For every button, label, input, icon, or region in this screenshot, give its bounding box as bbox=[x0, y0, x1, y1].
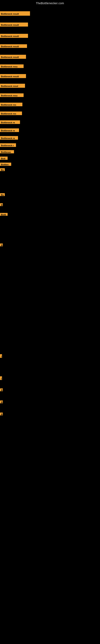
bottleneck-result-label: B bbox=[0, 244, 3, 246]
bottleneck-result-label: Bottleneck re bbox=[0, 136, 18, 140]
bottleneck-result-label: Bottleneck result bbox=[0, 22, 28, 26]
bottleneck-result-label: Bottleneck resu bbox=[0, 64, 24, 68]
bottleneck-result-label: Bottleneck result bbox=[0, 34, 28, 38]
bottleneck-result-label: | bbox=[0, 354, 2, 358]
bottleneck-result-label: Bottleneck result bbox=[0, 74, 26, 78]
bottleneck-result-label: | bbox=[0, 376, 2, 380]
bottleneck-result-label: Bottleneck result bbox=[0, 55, 26, 59]
bottleneck-result-label: Bottleneck res bbox=[0, 103, 22, 106]
bottleneck-result-label: Bottleneck re bbox=[0, 128, 19, 132]
bottleneck-result-label: Bottleneck resul bbox=[0, 84, 25, 88]
bottleneck-result-label: Bo bbox=[0, 193, 5, 196]
bottleneck-result-label: B bbox=[0, 400, 3, 403]
bottleneck-result-label: B bbox=[0, 203, 3, 206]
site-title: TheBottlenecker.com bbox=[0, 0, 100, 6]
bottleneck-result-label: Bottl bbox=[0, 213, 8, 216]
bottleneck-result-label: Bottleneck re bbox=[0, 120, 20, 124]
bottleneck-result-label: Bottleneck resu bbox=[0, 94, 24, 97]
bottleneck-result-label: Bottleneck result bbox=[0, 44, 27, 48]
bottleneck-result-label: B bbox=[0, 412, 3, 416]
bottleneck-result-label: Bo bbox=[0, 168, 5, 171]
bottleneck-result-label: Bottlen bbox=[0, 162, 11, 166]
bottleneck-result-label: Bottleneck res bbox=[0, 112, 22, 115]
bottleneck-result-label: B bbox=[0, 388, 3, 391]
bottleneck-result-label: Bott bbox=[0, 156, 8, 160]
bottleneck-result-label: Bottlenec bbox=[0, 150, 14, 153]
bottleneck-result-label: Bottleneck result bbox=[0, 11, 30, 16]
bottleneck-result-label: Bottleneck r bbox=[0, 143, 16, 147]
